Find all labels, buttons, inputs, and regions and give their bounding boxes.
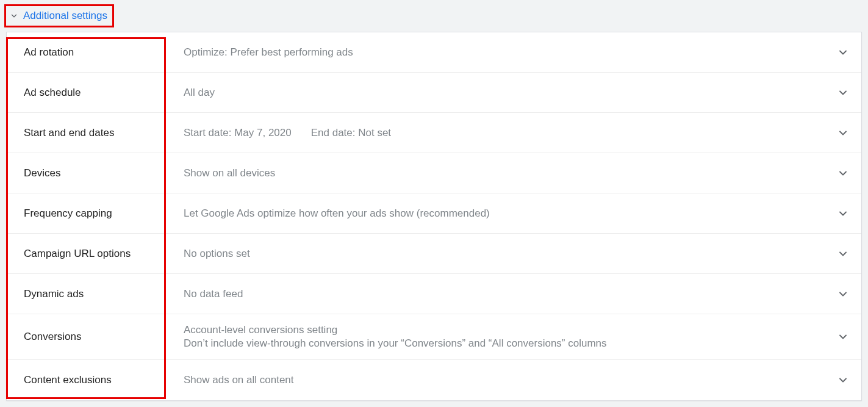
setting-value: Let Google Ads optimize how often your a… (184, 198, 825, 229)
additional-settings-label: Additional settings (23, 10, 107, 22)
setting-value: Optimize: Prefer best performing ads (184, 37, 825, 68)
setting-label: Frequency capping (7, 195, 184, 232)
setting-label: Conversions (7, 319, 184, 355)
setting-label: Start and end dates (7, 115, 184, 151)
setting-value: Account-level conversions setting Don’t … (184, 314, 825, 359)
setting-label: Ad schedule (7, 74, 184, 111)
setting-value: Show on all devices (184, 157, 825, 189)
chevron-down-icon (825, 288, 861, 300)
setting-row-start-end-dates[interactable]: Start and end dates Start date: May 7, 2… (7, 113, 861, 153)
setting-row-conversions[interactable]: Conversions Account-level conversions se… (7, 314, 861, 360)
setting-label: Ad rotation (7, 34, 184, 71)
chevron-down-icon (9, 10, 20, 21)
chevron-down-icon (825, 248, 861, 260)
additional-settings-toggle[interactable]: Additional settings (6, 6, 112, 26)
setting-label: Campaign URL options (7, 236, 184, 272)
setting-value: No data feed (184, 278, 825, 310)
setting-row-dynamic-ads[interactable]: Dynamic ads No data feed (7, 274, 861, 314)
setting-value: All day (184, 77, 825, 109)
chevron-down-icon (825, 331, 861, 343)
setting-value: Start date: May 7, 2020 End date: Not se… (184, 117, 825, 149)
setting-label: Devices (7, 155, 184, 192)
setting-row-ad-schedule[interactable]: Ad schedule All day (7, 73, 861, 113)
setting-row-content-exclusions[interactable]: Content exclusions Show ads on all conte… (7, 360, 861, 400)
chevron-down-icon (825, 207, 861, 220)
chevron-down-icon (825, 87, 861, 99)
end-date-value: End date: Not set (311, 127, 391, 139)
start-date-value: Start date: May 7, 2020 (184, 127, 292, 139)
setting-row-devices[interactable]: Devices Show on all devices (7, 153, 861, 193)
chevron-down-icon (825, 127, 861, 139)
chevron-down-icon (825, 46, 861, 59)
chevron-down-icon (825, 374, 861, 386)
setting-label: Dynamic ads (7, 276, 184, 312)
setting-value: No options set (184, 238, 825, 270)
setting-row-campaign-url-options[interactable]: Campaign URL options No options set (7, 234, 861, 274)
setting-label: Content exclusions (7, 362, 184, 398)
setting-row-frequency-capping[interactable]: Frequency capping Let Google Ads optimiz… (7, 193, 861, 234)
setting-value: Show ads on all content (184, 364, 825, 396)
chevron-down-icon (825, 167, 861, 179)
setting-row-ad-rotation[interactable]: Ad rotation Optimize: Prefer best perfor… (7, 32, 861, 73)
settings-panel: Ad rotation Optimize: Prefer best perfor… (6, 32, 862, 401)
